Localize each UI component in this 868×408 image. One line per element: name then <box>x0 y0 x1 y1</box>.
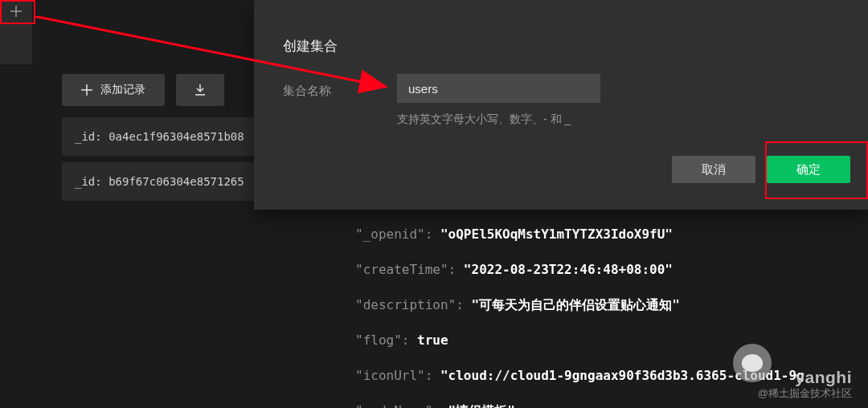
plus-icon <box>81 84 92 96</box>
plus-icon <box>10 5 23 18</box>
annotation-highlight-confirm <box>765 141 868 199</box>
add-record-button[interactable]: 添加记录 <box>62 74 165 106</box>
collection-name-input[interactable] <box>397 74 600 103</box>
download-button[interactable] <box>176 74 224 106</box>
document-viewer: "_openid": "oQPEl5KOqMstY1mTYTZX3IdoX9fU… <box>355 217 805 408</box>
collection-name-label: 集合名称 <box>283 84 331 99</box>
records-toolbar: 添加记录 <box>62 74 224 106</box>
watermark: yanghi @稀土掘金技术社区 <box>758 369 852 402</box>
add-collection-button[interactable] <box>0 0 32 22</box>
collection-name-hint: 支持英文字母大小写、数字、- 和 _ <box>397 112 571 127</box>
modal-title: 创建集合 <box>283 37 338 55</box>
doc-field: "_openid": "oQPEl5KOqMstY1mTYTZX3IdoX9fU… <box>355 217 805 252</box>
add-record-label: 添加记录 <box>100 83 145 97</box>
create-collection-modal: 创建集合 集合名称 支持英文字母大小写、数字、- 和 _ 取消 确定 <box>254 0 868 210</box>
doc-field: "createTime": "2022-08-23T22:46:48+08:00… <box>355 252 805 288</box>
cancel-button[interactable]: 取消 <box>672 156 755 183</box>
doc-field: "description": "可每天为自己的伴侣设置贴心通知" <box>355 288 805 323</box>
doc-field: "modeName": "情侣模板" <box>355 394 805 408</box>
download-icon <box>194 84 207 96</box>
sidebar <box>0 0 32 64</box>
